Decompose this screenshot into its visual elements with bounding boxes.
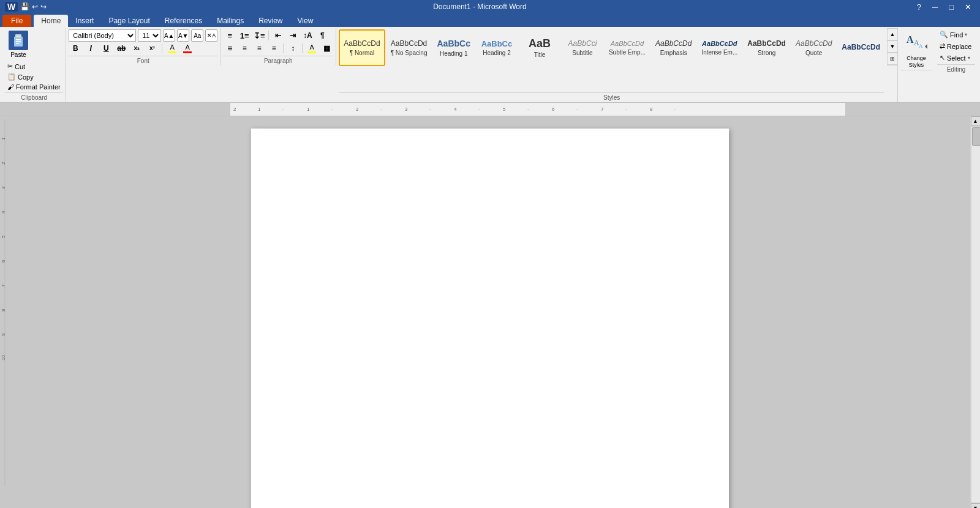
change-case-button[interactable]: Aa [191,29,203,42]
bold-button[interactable]: B [69,42,82,54]
word-icon: W [5,2,18,12]
style-title[interactable]: AaB Title [519,29,560,66]
quick-access-undo[interactable]: ↩ [32,2,38,11]
svg-text:2: 2 [356,106,359,112]
ribbon: Paste ✂ Cut 📋 Copy 🖌 Format Painter [0,27,980,103]
bullets-button[interactable]: ≡ [223,29,236,42]
ruler-right-margin [845,103,980,116]
style-quote-preview: AaBbCcDd [796,39,832,48]
style-strong[interactable]: AaBbCcDd Strong [743,29,790,66]
clear-formatting-button[interactable]: ✕A [205,29,217,42]
cut-button[interactable]: ✂ Cut [5,62,63,71]
copy-button[interactable]: 📋 Copy [5,72,63,81]
svg-text:10: 10 [1,355,6,360]
show-hide-button[interactable]: ¶ [315,29,329,42]
strikethrough-button[interactable]: ab [115,42,128,54]
ruler-main[interactable]: 2 1 · 1 · 2 · 3 · 4 · 5 · 6 · 7 · 8 · [230,103,845,116]
subscript-button[interactable]: X₂ [130,42,143,54]
increase-indent-button[interactable]: ⇥ [286,29,300,42]
style-title-label: Title [534,51,546,58]
title-bar-title: Document1 - Microsoft Word [47,2,913,11]
decrease-indent-button[interactable]: ⇤ [271,29,285,42]
borders-button[interactable]: ▦ [320,42,333,54]
font-shrink-button[interactable]: A▼ [177,29,189,42]
scroll-thumb[interactable] [972,127,981,146]
maximize-button[interactable]: □ [945,2,957,12]
document-page[interactable] [251,129,729,508]
select-icon: ↖ [940,54,945,62]
line-spacing-button[interactable]: ↕ [286,42,300,54]
style-heading1[interactable]: AaBbCc Heading 1 [432,29,474,66]
styles-group: AaBbCcDd ¶ Normal AaBbCcDd ¶ No Spacing … [336,28,887,102]
tab-file[interactable]: File [2,15,31,27]
styles-scroll-up[interactable]: ▲ [887,28,898,40]
styles-scroll-column: ▲ ▼ ⊞ [887,28,898,102]
scroll-up-button[interactable]: ▲ [971,116,981,126]
editing-group-label: Editing [937,64,975,73]
paste-button[interactable]: Paste [5,29,32,59]
svg-rect-5 [16,43,19,44]
style-intense-emp-preview: AaBbCcDd [702,40,737,48]
font-color-button[interactable]: A [181,42,194,54]
help-button[interactable]: ? [913,2,925,12]
style-heading2[interactable]: AaBbCc Heading 2 [476,29,518,66]
scroll-down-button[interactable]: ▼ [971,503,981,508]
paragraph-row-1: ≡ 1≡ ↧≡ ⇤ ⇥ ↕A ¶ [223,29,329,42]
svg-text:5: 5 [1,235,6,238]
svg-rect-2 [15,35,21,37]
minimize-button[interactable]: ─ [929,2,941,12]
style-normal-label: ¶ Normal [350,50,374,56]
svg-text:·: · [625,106,627,112]
font-grow-button[interactable]: A▲ [163,29,175,42]
sort-button[interactable]: ↕A [301,29,314,42]
quick-access-save[interactable]: 💾 [20,2,29,11]
underline-button[interactable]: U [99,42,113,54]
svg-text:3: 3 [405,106,408,112]
replace-button[interactable]: ⇄ Replace [937,41,974,51]
align-left-button[interactable]: ≡ [223,42,236,54]
svg-text:1: 1 [307,106,310,112]
tab-references[interactable]: References [157,15,209,27]
find-button[interactable]: 🔍 Find ▾ [937,29,970,40]
shading-button[interactable]: A [305,42,318,54]
tab-page-layout[interactable]: Page Layout [101,15,157,27]
format-painter-button[interactable]: 🖌 Format Painter [5,83,63,91]
document-area[interactable] [10,116,970,508]
align-right-button[interactable]: ≡ [252,42,266,54]
italic-button[interactable]: I [84,42,97,54]
style-subtitle-preview: AaBbCci [568,39,597,48]
quick-access-redo[interactable]: ↪ [40,2,47,11]
scroll-track[interactable] [971,126,981,503]
tab-home[interactable]: Home [34,15,68,27]
style-aabbc[interactable]: AaBbCcDd [837,29,884,66]
select-button[interactable]: ↖ Select ▾ [937,53,973,63]
svg-rect-3 [16,39,21,40]
numbering-button[interactable]: 1≡ [238,29,251,42]
style-no-spacing-preview: AaBbCcDd [391,39,427,48]
styles-scroll-down[interactable]: ▼ [887,40,898,53]
tab-view[interactable]: View [290,15,321,27]
multilevel-button[interactable]: ↧≡ [252,29,266,42]
style-subtle-emphasis[interactable]: AaBbCcDd Subtle Emp... [605,29,650,66]
tab-review[interactable]: Review [251,15,290,27]
justify-button[interactable]: ≡ [267,42,281,54]
style-normal[interactable]: AaBbCcDd ¶ Normal [339,29,385,66]
font-family-select[interactable]: Calibri (Body) [69,29,136,42]
style-subtitle[interactable]: AaBbCci Subtitle [562,29,603,66]
close-button[interactable]: ✕ [961,2,975,12]
tab-insert[interactable]: Insert [68,15,101,27]
style-no-spacing[interactable]: AaBbCcDd ¶ No Spacing [386,29,432,66]
style-emphasis[interactable]: AaBbCcDd Emphasis [651,29,696,66]
styles-expand[interactable]: ⊞ [887,53,898,65]
tab-mailings[interactable]: Mailings [209,15,251,27]
align-center-button[interactable]: ≡ [238,42,251,54]
style-intense-emphasis[interactable]: AaBbCcDd Intense Em... [697,29,742,66]
font-size-select[interactable]: 11 [138,29,161,42]
text-highlight-button[interactable]: A [165,42,179,54]
superscript-button[interactable]: X² [145,42,159,54]
font-row-2: B I U ab X₂ X² A A [69,42,194,54]
replace-icon: ⇄ [940,42,945,50]
change-styles-button[interactable]: A A A [904,29,929,54]
style-quote[interactable]: AaBbCcDd Quote [791,29,836,66]
svg-text:·: · [282,106,284,112]
